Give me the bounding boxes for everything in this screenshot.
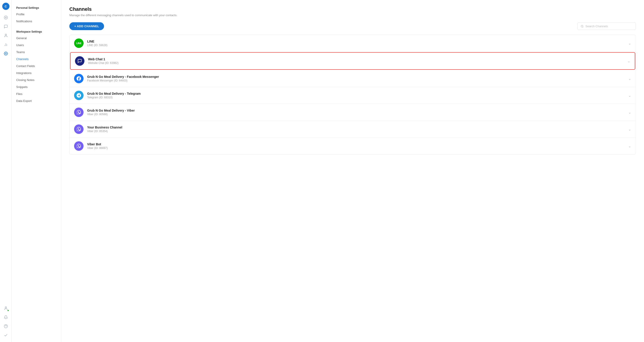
sidebar-item-channels[interactable]: Channels [12,55,61,62]
main-content: Channels Manage the different messaging … [61,0,644,342]
channel-name-viber1: Grub N Go Meal Delivery - Viber [87,109,626,112]
channel-name-line: LINE [87,40,626,43]
channel-info-viber-bot: Viber Bot Viber (ID: 86697) [87,142,626,150]
channel-sub-webchat: Website Chat (ID: 63982) [88,61,625,64]
workspace-settings-title: Workspace Settings [12,28,61,35]
sidebar-item-users[interactable]: Users [12,42,61,49]
icon-sidebar: C [0,0,12,342]
svg-point-6 [5,53,6,54]
chevron-down-icon-viber2: ⌄ [628,127,631,131]
channel-info-webchat: Web Chat 1 Website Chat (ID: 63982) [88,57,625,64]
webchat-channel-icon [75,56,84,66]
channel-item-viber1[interactable]: Grub N Go Meal Delivery - Viber Viber (I… [70,104,636,121]
viber-bot-channel-icon [74,141,84,151]
channel-list: LINE LINE LINE (ID: 59628) ⌄ Web Chat 1 … [69,35,636,155]
chevron-down-icon-facebook: ⌄ [628,76,631,81]
sidebar-item-files[interactable]: Files [12,90,61,97]
line-channel-icon: LINE [74,38,84,48]
channel-sub-line: LINE (ID: 59628) [87,44,626,47]
nav-sidebar: Personal Settings Profile Notifications … [12,0,61,342]
svg-point-2 [5,34,6,35]
sidebar-item-profile[interactable]: Profile [12,11,61,18]
chevron-down-icon-viber1: ⌄ [628,110,631,114]
svg-line-11 [583,27,583,27]
channel-item-telegram[interactable]: Grub N Go Meal Delivery - Telegram Teleg… [70,87,636,104]
personal-settings-title: Personal Settings [12,4,61,11]
svg-point-10 [581,25,583,27]
sidebar-item-integrations[interactable]: Integrations [12,69,61,76]
viber-channel-icon-2 [74,124,84,134]
channel-item-webchat[interactable]: Web Chat 1 Website Chat (ID: 63982) ⌄ [70,52,635,70]
facebook-channel-icon [74,74,84,83]
search-icon [581,25,584,28]
sidebar-item-teams[interactable]: Teams [12,49,61,55]
viber-channel-icon-1 [74,108,84,117]
chevron-down-icon-webchat: ⌄ [627,59,630,63]
chevron-down-icon-viber-bot: ⌄ [628,144,631,148]
conversations-icon[interactable] [2,22,10,30]
channel-sub-viber1: Viber (ID: 80588) [87,113,626,116]
search-box [577,22,636,30]
chevron-down-icon: ⌄ [628,41,631,45]
svg-point-0 [4,16,8,19]
sidebar-item-general[interactable]: General [12,35,61,42]
channel-name-webchat: Web Chat 1 [88,57,625,61]
channel-sub-telegram: Telegram (ID: 68310) [87,96,626,99]
sidebar-item-closing-notes[interactable]: Closing Notes [12,76,61,83]
channel-item-viber-bot[interactable]: Viber Bot Viber (ID: 86697) ⌄ [70,138,636,154]
settings-icon[interactable] [2,49,10,58]
contacts-icon[interactable] [2,31,10,40]
agent-status-icon[interactable] [2,304,10,312]
channel-item-viber2[interactable]: Your Business Channel Viber (ID: 85354) … [70,121,636,138]
page-title: Channels [69,6,636,12]
channel-info-telegram: Grub N Go Meal Delivery - Telegram Teleg… [87,92,626,99]
user-avatar[interactable]: C [2,3,10,10]
channel-item-facebook[interactable]: Grub N Go Meal Delivery - Facebook Messe… [70,70,636,87]
channel-info-viber2: Your Business Channel Viber (ID: 85354) [87,126,626,133]
search-channels-input[interactable] [586,24,632,28]
svg-point-7 [5,307,6,308]
channel-name-viber2: Your Business Channel [87,126,626,129]
sidebar-item-data-export[interactable]: Data Export [12,97,61,104]
channel-name-telegram: Grub N Go Meal Delivery - Telegram [87,92,626,95]
help-icon[interactable] [2,322,10,330]
sidebar-item-contact-fields[interactable]: Contact Fields [12,62,61,69]
channel-info-viber1: Grub N Go Meal Delivery - Viber Viber (I… [87,109,626,116]
notifications-bell-icon[interactable] [2,313,10,321]
page-subtitle: Manage the different messaging channels … [69,13,636,17]
add-channel-button[interactable]: + ADD CHANNEL [69,22,104,30]
checkmarks-icon[interactable] [2,331,10,339]
channel-item-line[interactable]: LINE LINE LINE (ID: 59628) ⌄ [70,35,636,52]
channel-info-facebook: Grub N Go Meal Delivery - Facebook Messe… [87,75,626,82]
telegram-channel-icon [74,91,84,100]
channel-name-facebook: Grub N Go Meal Delivery - Facebook Messe… [87,75,626,78]
svg-point-1 [5,17,6,18]
sidebar-item-notifications[interactable]: Notifications [12,18,61,25]
channel-name-viber-bot: Viber Bot [87,142,626,146]
channel-sub-facebook: Facebook Messenger (ID: 64603) [87,79,626,82]
channel-sub-viber-bot: Viber (ID: 86697) [87,146,626,150]
channel-sub-viber2: Viber (ID: 85354) [87,130,626,133]
sidebar-item-snippets[interactable]: Snippets [12,83,61,90]
dashboard-icon[interactable] [2,13,10,21]
reports-icon[interactable] [2,40,10,49]
channel-info-line: LINE LINE (ID: 59628) [87,40,626,47]
chevron-down-icon-telegram: ⌄ [628,93,631,98]
toolbar: + ADD CHANNEL [69,22,636,30]
